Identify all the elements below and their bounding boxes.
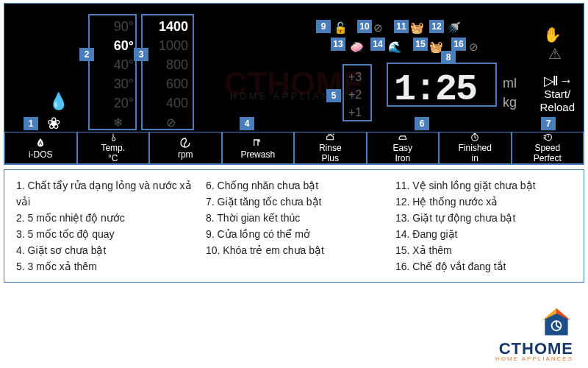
legend-item: 8. Thời gian kết thúc xyxy=(206,210,382,226)
callout-num-2: 2 xyxy=(79,48,94,61)
option-prewash[interactable]: Prewash xyxy=(222,132,295,164)
legend-item: 5. 3 mốc xả thêm xyxy=(16,258,193,275)
brand-name: CTHOME xyxy=(495,342,573,355)
status-icon: 🔓 xyxy=(334,21,348,35)
legend-item: 1. Chất tẩy rửa dạng lỏng và nước xả vải xyxy=(16,177,193,210)
callout-num-13: 13 xyxy=(331,38,345,51)
start-label-1: Start/ xyxy=(539,88,575,101)
status-icon: ⊘ xyxy=(469,40,478,54)
option-speed-perfect[interactable]: SpeedPerfect xyxy=(512,132,584,164)
callout-box-3 xyxy=(141,14,194,130)
option-label: RinsePlus xyxy=(319,143,342,163)
callout-num-12: 12 xyxy=(429,20,444,33)
hand-icon: ✋ xyxy=(543,26,562,43)
option-i-dos[interactable]: Ai-DOS xyxy=(4,132,77,164)
legend-item: 16. Chế độ vắt đang tắt xyxy=(395,258,572,275)
callout-num-3: 3 xyxy=(134,48,148,61)
callout-num-14: 14 xyxy=(370,38,385,51)
brand-logo-icon xyxy=(539,305,573,339)
callout-num-15: 15 xyxy=(413,38,428,51)
start-label-2: Reload xyxy=(539,101,575,114)
brand-tagline: HOME APPLIANCES xyxy=(495,355,573,362)
start-reload-button[interactable]: ▷II → Start/ Reload xyxy=(539,74,575,114)
option-label: EasyIron xyxy=(392,143,412,163)
droplet-icon: 💧 xyxy=(49,92,68,111)
legend-item: 2. 5 mốc nhiệt độ nước xyxy=(16,210,193,226)
callout-num-1: 1 xyxy=(24,117,38,130)
option-label: Finishedin xyxy=(459,143,492,163)
callout-num-16: 16 xyxy=(451,38,466,51)
legend-item: 14. Đang giặt xyxy=(395,226,572,242)
warning-icon: ⚠ xyxy=(548,45,562,63)
callout-num-4: 4 xyxy=(240,117,254,130)
callout-num-5: 5 xyxy=(326,89,341,102)
unit-kg: kg xyxy=(503,93,517,112)
legend-item: 13. Giặt tự động chưa bật xyxy=(395,210,572,226)
callout-box-8 xyxy=(387,63,497,107)
unit-ml: ml xyxy=(503,74,517,93)
flower-icon: ❀ xyxy=(47,114,60,133)
units-labels: ml kg xyxy=(503,74,517,112)
callout-num-11: 11 xyxy=(394,20,409,33)
callout-num-7: 7 xyxy=(541,117,556,130)
legend-col-1: 1. Chất tẩy rửa dạng lỏng và nước xả vải… xyxy=(16,177,193,275)
option-label: i-DOS xyxy=(29,149,53,160)
callout-box-5 xyxy=(343,64,372,121)
legend-col-2: 6. Chống nhăn chưa bật7. Giặt tăng tốc c… xyxy=(206,177,382,275)
option-temp-c[interactable]: Temp.°C xyxy=(77,132,150,164)
legend-box: 1. Chất tẩy rửa dạng lỏng và nước xả vải… xyxy=(4,169,584,283)
play-pause-icon: ▷II → xyxy=(539,74,575,88)
legend-item: 11. Vệ sinh lồng giặt chưa bật xyxy=(395,177,572,194)
option-label: Temp.°C xyxy=(101,143,125,163)
callout-box-2 xyxy=(88,14,137,130)
legend-item: 3. 5 mốc tốc độ quay xyxy=(16,226,193,242)
legend-item: 10. Khóa trẻ em chưa bật xyxy=(206,242,382,258)
callout-num-8: 8 xyxy=(441,51,456,64)
option-rpm[interactable]: rpm xyxy=(149,132,222,164)
svg-text:+: + xyxy=(333,132,335,136)
legend-item: 15. Xả thêm xyxy=(395,242,572,258)
legend-item: 6. Chống nhăn chưa bật xyxy=(206,177,382,194)
option-bar: Ai-DOSTemp.°CrpmPrewash+RinsePlusEasyIro… xyxy=(4,132,584,164)
display-panel: CTHOME HOME APPLIANCES 💧 ❀ 90°60°40°30°2… xyxy=(4,3,584,165)
callout-num-10: 10 xyxy=(357,20,372,33)
option-label: rpm xyxy=(178,149,193,160)
callout-num-9: 9 xyxy=(316,20,331,33)
status-icon: 🧺 xyxy=(410,21,424,35)
brand-block: CTHOME HOME APPLIANCES xyxy=(495,305,573,362)
status-icon: 🌊 xyxy=(388,40,402,54)
legend-col-3: 11. Vệ sinh lồng giặt chưa bật12. Hệ thố… xyxy=(395,177,572,275)
status-icon: 🧼 xyxy=(350,40,364,54)
legend-item: 4. Giặt sơ chưa bật xyxy=(16,242,193,258)
status-icon: 🚿 xyxy=(447,21,461,35)
option-label: Prewash xyxy=(240,149,275,160)
option-finished-in[interactable]: Finishedin xyxy=(439,132,512,164)
option-label: SpeedPerfect xyxy=(534,143,562,163)
svg-text:A: A xyxy=(39,141,43,146)
legend-item: 9. Cửa lồng có thể mở xyxy=(206,226,382,242)
option-easy-iron[interactable]: EasyIron xyxy=(367,132,440,164)
legend-item: 12. Hệ thống nước xả xyxy=(395,194,572,210)
legend-item: 7. Giặt tăng tốc chưa bật xyxy=(206,194,382,210)
option-rinse-plus[interactable]: +RinsePlus xyxy=(294,132,367,164)
status-icon: ⊘ xyxy=(373,21,383,35)
callout-num-6: 6 xyxy=(415,117,429,130)
